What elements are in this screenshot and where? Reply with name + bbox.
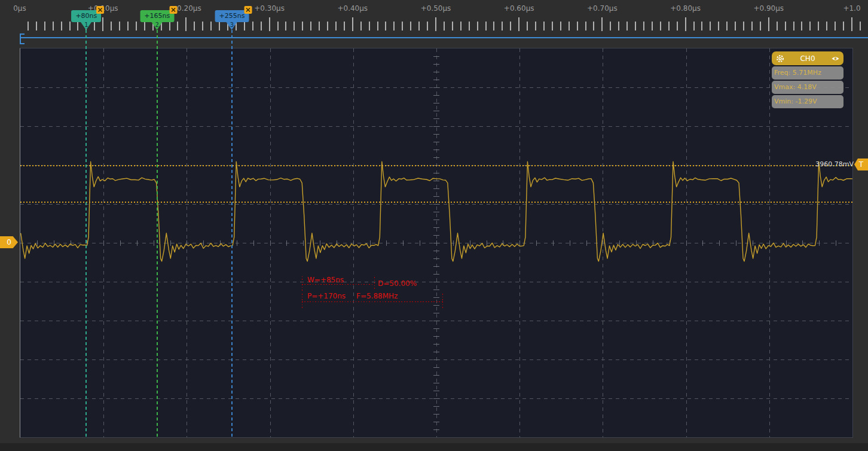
ruler-minor-tick xyxy=(319,22,320,31)
plot-area[interactable]: W=+85ns D=50.00% P=+170ns F=5.88MHz xyxy=(20,48,853,438)
cursor-flag-3[interactable]: +255ns3 xyxy=(215,10,249,22)
oscilloscope-app: 0µs+0.10µs+0.20µs+0.30µs+0.40µs+0.50µs+0… xyxy=(0,0,868,451)
ruler-minor-tick xyxy=(327,22,328,31)
ruler-time-label: +0.70µs xyxy=(587,4,618,13)
ruler-minor-tick xyxy=(202,22,203,31)
waveform-ch0 xyxy=(20,48,852,437)
close-icon[interactable] xyxy=(96,6,104,14)
ruler-minor-tick xyxy=(285,22,286,31)
cursor-freq-readout: F=5.88MHz xyxy=(356,292,398,300)
ruler-minor-tick xyxy=(743,22,744,31)
ruler-minor-tick xyxy=(219,22,220,31)
ruler-minor-tick xyxy=(119,22,120,31)
ruler-minor-tick xyxy=(626,22,628,31)
ruler-minor-tick xyxy=(535,22,536,31)
ruler-minor-tick xyxy=(668,22,670,31)
width-bracket-left xyxy=(302,276,302,292)
ruler-major-tick xyxy=(518,17,519,31)
period-bracket-left xyxy=(302,294,302,309)
close-icon[interactable] xyxy=(244,6,252,14)
ruler-time-label: +0.90µs xyxy=(753,4,784,13)
ruler-minor-tick xyxy=(169,22,170,31)
ruler-minor-tick xyxy=(760,22,761,31)
ruler-minor-tick xyxy=(677,22,678,31)
ruler-minor-tick xyxy=(36,22,37,31)
ruler-minor-tick xyxy=(785,22,786,31)
ruler-minor-tick xyxy=(44,22,45,31)
ruler-minor-tick xyxy=(552,22,553,31)
ruler-minor-tick xyxy=(477,22,478,31)
ruler-major-tick xyxy=(601,17,603,31)
ruler-time-label: +0.60µs xyxy=(504,4,534,13)
ruler-minor-tick xyxy=(543,22,545,31)
ruler-major-tick xyxy=(185,17,187,31)
cursor-flag-2[interactable]: +165ns2 xyxy=(140,10,174,22)
ruler-time-label: +0.40µs xyxy=(337,4,368,13)
ruler-minor-tick xyxy=(818,22,819,31)
ruler-time-label: 0µs xyxy=(13,4,26,13)
ruler-minor-tick xyxy=(27,22,29,31)
trigger-marker[interactable]: T xyxy=(854,159,868,170)
ruler-minor-tick xyxy=(418,22,420,31)
time-ruler[interactable]: 0µs+0.10µs+0.20µs+0.30µs+0.40µs+0.50µs+0… xyxy=(0,0,868,33)
ruler-minor-tick xyxy=(127,22,129,31)
ruler-minor-tick xyxy=(177,22,178,31)
ruler-minor-tick xyxy=(77,22,78,31)
ruler-minor-tick xyxy=(360,22,362,31)
ruler-minor-tick xyxy=(652,22,653,31)
cursor-duty-readout: D=50.00% xyxy=(378,279,417,288)
ruler-minor-tick xyxy=(344,22,345,31)
cursor-line-3[interactable] xyxy=(231,30,233,437)
ruler-minor-tick xyxy=(710,22,711,31)
ruler-minor-tick xyxy=(111,22,112,31)
ruler-minor-tick xyxy=(610,22,611,31)
ruler-minor-tick xyxy=(643,22,644,31)
ruler-minor-tick xyxy=(510,22,511,31)
ruler-minor-tick xyxy=(635,22,636,31)
ruler-minor-tick xyxy=(136,22,137,31)
ruler-minor-tick xyxy=(502,22,503,31)
cursor-flag-1[interactable]: +80ns1 xyxy=(71,10,101,22)
ruler-minor-tick xyxy=(53,22,54,31)
ruler-minor-tick xyxy=(485,22,487,31)
ruler-minor-tick xyxy=(726,22,728,31)
cursor-number: 3 xyxy=(230,22,234,28)
ruler-minor-tick xyxy=(393,22,395,31)
ruler-time-label: +0.30µs xyxy=(254,4,285,13)
ruler-minor-tick xyxy=(460,22,461,31)
ruler-minor-tick xyxy=(660,22,661,31)
ruler-minor-tick xyxy=(835,22,836,31)
cursor-line-1[interactable] xyxy=(85,30,87,437)
timeline-nav-line[interactable] xyxy=(20,37,868,38)
channel-offset-marker[interactable]: 0 xyxy=(0,236,18,248)
ruler-minor-tick xyxy=(452,22,453,31)
ruler-minor-tick xyxy=(294,22,295,31)
ruler-major-tick xyxy=(685,17,686,31)
channel-name: CH0 xyxy=(800,54,815,63)
ruler-minor-tick xyxy=(369,22,370,31)
ruler-minor-tick xyxy=(335,22,337,31)
measurement-vmax: Vmax: 4.18V xyxy=(772,81,843,94)
period-bracket-line xyxy=(302,301,443,302)
ruler-minor-tick xyxy=(252,22,253,31)
eye-icon[interactable] xyxy=(830,54,840,63)
measurement-freq: Freq: 5.71MHz xyxy=(772,66,843,80)
period-bracket-right xyxy=(442,294,443,309)
width-bracket-right xyxy=(374,277,375,290)
gear-icon[interactable] xyxy=(775,54,785,63)
channel-badge[interactable]: CH0 xyxy=(772,51,843,65)
ruler-minor-tick xyxy=(385,22,386,31)
ruler-minor-tick xyxy=(427,22,428,31)
ruler-major-tick xyxy=(851,17,852,31)
close-icon[interactable] xyxy=(169,6,177,14)
ruler-minor-tick xyxy=(61,22,62,31)
cursor-number: 1 xyxy=(84,22,88,28)
ruler-time-label: +0.80µs xyxy=(670,4,701,13)
channel-panel-ch0: CH0 Freq: 5.71MHz Vmax: 4.18V Vmin: -1.2… xyxy=(772,51,843,108)
trigger-level-value: 3960.78mV xyxy=(815,160,854,168)
ruler-minor-tick xyxy=(144,22,145,31)
ruler-minor-tick xyxy=(261,22,262,31)
cursor-line-2[interactable] xyxy=(157,30,158,437)
ruler-minor-tick xyxy=(577,22,578,31)
ruler-major-tick xyxy=(768,17,769,31)
